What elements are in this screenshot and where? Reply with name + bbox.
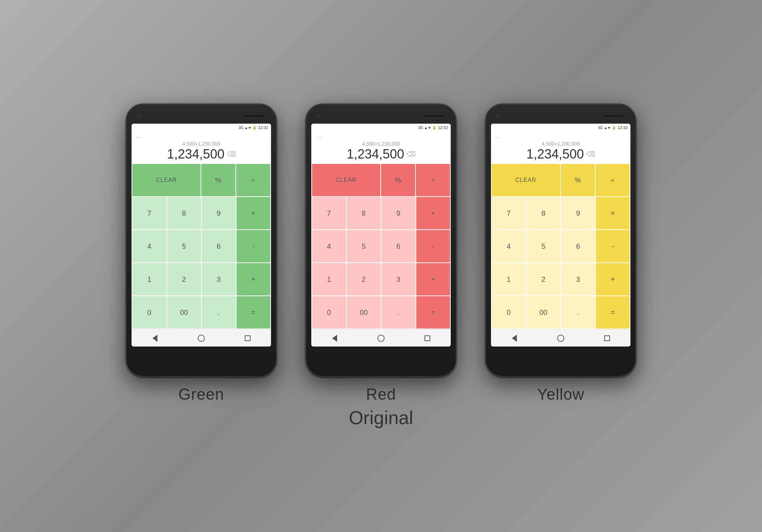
- key-0-green[interactable]: 0: [132, 296, 166, 329]
- key-7-red[interactable]: 7: [312, 197, 346, 229]
- key-minus-green[interactable]: -: [237, 230, 271, 262]
- key-1-green[interactable]: 1: [132, 263, 166, 295]
- key-3-yellow[interactable]: 3: [561, 263, 595, 295]
- row-top-green: CLEAR % ÷: [132, 164, 270, 196]
- key-8-yellow[interactable]: 8: [527, 197, 561, 229]
- key-clear-yellow[interactable]: CLEAR: [492, 164, 560, 196]
- network-red: 3G ▲▼ 🔋: [418, 126, 437, 130]
- key-clear-green[interactable]: CLEAR: [132, 164, 201, 196]
- key-equals-green[interactable]: =: [237, 296, 271, 329]
- key-8-red[interactable]: 8: [347, 197, 381, 229]
- key-4-yellow[interactable]: 4: [492, 230, 526, 262]
- key-dot-green[interactable]: .: [202, 296, 236, 329]
- screen-yellow: 3G ▲▼ 🔋 12:32 ··· 4,500+1,230,000 1,234,…: [491, 124, 630, 347]
- key-8-green[interactable]: 8: [167, 197, 201, 229]
- nav-bar-green: [132, 329, 271, 347]
- nav-home-green[interactable]: [194, 333, 208, 344]
- key-multiply-green[interactable]: ×: [237, 197, 271, 229]
- key-0-yellow[interactable]: 0: [492, 296, 526, 329]
- phone-red-container: 3G ▲▼ 🔋 12:32 ··· 4,500+1,230,000 1,234,…: [306, 104, 456, 403]
- key-9-yellow[interactable]: 9: [561, 197, 595, 229]
- key-2-yellow[interactable]: 2: [527, 263, 561, 295]
- calc-display-yellow: ··· 4,500+1,230,000 1,234,500 ⌫: [491, 132, 630, 163]
- status-bar-red: 3G ▲▼ 🔋 12:32: [311, 124, 451, 132]
- key-4-red[interactable]: 4: [312, 230, 346, 262]
- key-divide-red[interactable]: ÷: [416, 164, 450, 196]
- row-789-yellow: 7 8 9 ×: [492, 197, 630, 229]
- phone-top-bar-green: [132, 109, 271, 124]
- menu-dots-yellow: ···: [495, 134, 626, 140]
- key-00-green[interactable]: 00: [167, 296, 201, 329]
- camera-red: [317, 114, 321, 118]
- key-7-green[interactable]: 7: [132, 197, 166, 229]
- phone-yellow-container: 3G ▲▼ 🔋 12:32 ··· 4,500+1,230,000 1,234,…: [485, 104, 636, 403]
- key-percent-green[interactable]: %: [201, 164, 235, 196]
- key-00-yellow[interactable]: 00: [527, 296, 561, 329]
- key-0-red[interactable]: 0: [312, 296, 346, 329]
- calc-display-green: ··· 4,500+1,230,000 1,234,500 ⌫: [132, 132, 271, 163]
- key-9-red[interactable]: 9: [381, 197, 416, 229]
- key-divide-yellow[interactable]: ÷: [596, 164, 630, 196]
- key-plus-red[interactable]: +: [416, 263, 450, 295]
- nav-recents-red[interactable]: [420, 333, 435, 344]
- key-00-red[interactable]: 00: [347, 296, 381, 329]
- key-equals-yellow[interactable]: =: [596, 296, 630, 329]
- key-3-green[interactable]: 3: [202, 263, 236, 295]
- nav-back-red[interactable]: [327, 333, 342, 344]
- backspace-green[interactable]: ⌫: [227, 150, 236, 158]
- key-2-green[interactable]: 2: [167, 263, 201, 295]
- keypad-yellow: CLEAR % ÷ 7 8 9 × 4 5 6 -: [491, 163, 630, 329]
- row-top-yellow: CLEAR % ÷: [492, 164, 630, 196]
- time-green: 12:31: [258, 125, 268, 130]
- key-percent-yellow[interactable]: %: [561, 164, 595, 196]
- key-5-red[interactable]: 5: [347, 230, 381, 262]
- nav-home-red[interactable]: [374, 333, 388, 344]
- key-multiply-red[interactable]: ×: [416, 197, 450, 229]
- key-5-yellow[interactable]: 5: [527, 230, 561, 262]
- row-789-green: 7 8 9 ×: [132, 197, 270, 229]
- nav-back-green[interactable]: [148, 333, 162, 344]
- network-green: 3G ▲▼ 🔋: [239, 126, 257, 130]
- status-bar-yellow: 3G ▲▼ 🔋 12:32: [491, 124, 630, 132]
- nav-recents-yellow[interactable]: [600, 333, 614, 344]
- row-456-green: 4 5 6 -: [132, 230, 270, 262]
- expression-yellow: 4,500+1,230,000: [495, 141, 626, 147]
- key-dot-red[interactable]: .: [381, 296, 416, 329]
- key-plus-green[interactable]: +: [237, 263, 271, 295]
- key-4-green[interactable]: 4: [132, 230, 166, 262]
- backspace-yellow[interactable]: ⌫: [586, 150, 595, 158]
- key-2-red[interactable]: 2: [347, 263, 381, 295]
- screen-red: 3G ▲▼ 🔋 12:32 ··· 4,500+1,230,000 1,234,…: [311, 124, 451, 347]
- nav-recents-green[interactable]: [240, 333, 255, 344]
- key-1-yellow[interactable]: 1: [492, 263, 526, 295]
- key-minus-yellow[interactable]: -: [596, 230, 630, 262]
- key-5-green[interactable]: 5: [167, 230, 201, 262]
- key-9-green[interactable]: 9: [202, 197, 236, 229]
- row-0-green: 0 00 . =: [132, 296, 270, 329]
- backspace-red[interactable]: ⌫: [407, 150, 416, 158]
- key-equals-red[interactable]: =: [416, 296, 450, 329]
- time-red: 12:32: [438, 125, 448, 130]
- key-7-yellow[interactable]: 7: [492, 197, 526, 229]
- key-plus-yellow[interactable]: +: [596, 263, 630, 295]
- row-123-yellow: 1 2 3 +: [492, 263, 630, 295]
- key-multiply-yellow[interactable]: ×: [596, 197, 630, 229]
- key-1-red[interactable]: 1: [312, 263, 346, 295]
- key-3-red[interactable]: 3: [381, 263, 416, 295]
- result-yellow: 1,234,500: [526, 147, 584, 162]
- key-6-red[interactable]: 6: [381, 230, 416, 262]
- key-divide-green[interactable]: ÷: [236, 164, 270, 196]
- key-minus-red[interactable]: -: [416, 230, 450, 262]
- time-yellow: 12:32: [618, 125, 628, 130]
- key-6-green[interactable]: 6: [202, 230, 236, 262]
- phone-yellow-body: 3G ▲▼ 🔋 12:32 ··· 4,500+1,230,000 1,234,…: [485, 104, 636, 377]
- nav-bar-yellow: [491, 329, 630, 347]
- key-clear-red[interactable]: CLEAR: [312, 164, 380, 196]
- nav-home-yellow[interactable]: [554, 333, 568, 344]
- key-percent-red[interactable]: %: [381, 164, 415, 196]
- phone-green-body: 3G ▲▼ 🔋 12:31 ··· 4,500+1,230,000 1,234,…: [126, 104, 277, 377]
- phone-green-container: 3G ▲▼ 🔋 12:31 ··· 4,500+1,230,000 1,234,…: [126, 104, 277, 403]
- key-dot-yellow[interactable]: .: [561, 296, 595, 329]
- key-6-yellow[interactable]: 6: [561, 230, 595, 262]
- nav-back-yellow[interactable]: [507, 333, 522, 344]
